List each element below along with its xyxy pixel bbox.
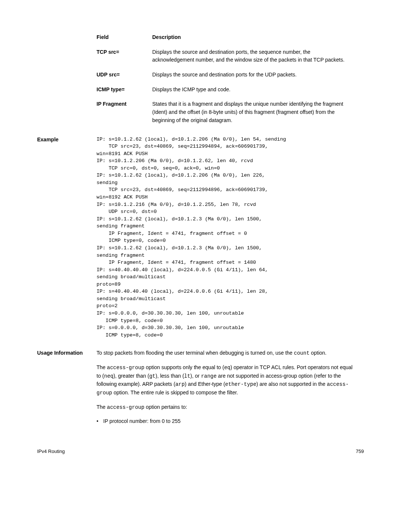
usage-label: Usage Information — [37, 349, 97, 426]
usage-p3-c: option pertains to: — [144, 404, 187, 410]
usage-p2-k: ), or — [190, 373, 201, 379]
field-row-tcp: TCP src= Displays the source and destina… — [97, 48, 364, 64]
field-header-desc: Description — [152, 33, 364, 42]
usage-p1-a: To stop packets from flooding the user t… — [97, 350, 294, 356]
usage-p1-b: count — [294, 350, 310, 356]
usage-p2-p: ether-type — [225, 381, 256, 387]
example-code: IP: s=10.1.2.62 (local), d=10.1.2.206 (M… — [97, 136, 356, 339]
usage-p3-b: access-group — [107, 404, 144, 410]
field-name-icmp: ICMP type= — [97, 86, 152, 94]
footer-left: IPv4 Routing — [37, 448, 65, 455]
usage-p1-c: option. — [310, 350, 327, 356]
usage-p3-a: The — [97, 404, 107, 410]
field-row-udp: UDP src= Displays the source and destina… — [97, 71, 364, 79]
bullet-dot-icon: • — [97, 417, 103, 426]
usage-p2-g: ), greater than ( — [113, 373, 149, 379]
field-header-name: Field — [97, 33, 152, 42]
usage-p2-o: ) and Ether-type ( — [185, 381, 225, 387]
usage-p2-b: access-group — [107, 365, 144, 371]
usage-p2-q: ) are also not supported in the — [256, 381, 327, 387]
usage-p2-i: ), less than ( — [156, 373, 184, 379]
usage-p2-j: lt — [184, 373, 190, 379]
field-name-udp: UDP src= — [97, 71, 152, 79]
example-label: Example — [37, 136, 97, 339]
usage-bullet-1-text: IP protocol number: from 0 to 255 — [103, 417, 180, 426]
field-desc-udp: Displays the source and destination port… — [152, 71, 364, 79]
footer-right: 759 — [356, 448, 364, 455]
usage-para-2: The access-group option supports only th… — [97, 364, 356, 397]
field-desc-tcp: Displays the source and destination port… — [152, 48, 364, 64]
example-section: Example IP: s=10.1.2.62 (local), d=10.1.… — [37, 136, 364, 339]
usage-p2-n: arp — [175, 381, 185, 387]
usage-p2-d: eq — [224, 365, 231, 371]
field-desc-ipfragment: States that it is a fragment and display… — [152, 100, 364, 124]
field-header-row: Field Description — [97, 33, 364, 42]
usage-p2-h: gt — [149, 373, 156, 379]
page-footer: IPv4 Routing 759 — [37, 448, 364, 455]
usage-p2-a: The — [97, 364, 107, 370]
field-name-tcp: TCP src= — [97, 48, 152, 64]
usage-p2-f: neq — [104, 373, 113, 379]
usage-p2-s: option. The entire rule is skipped to co… — [112, 390, 238, 395]
usage-section: Usage Information To stop packets from f… — [37, 349, 364, 426]
usage-para-1: To stop packets from flooding the user t… — [97, 349, 356, 358]
field-row-ipfragment: IP Fragment States that it is a fragment… — [97, 100, 364, 124]
usage-bullet-1: • IP protocol number: from 0 to 255 — [97, 417, 356, 426]
field-description-table: Field Description TCP src= Displays the … — [97, 33, 364, 125]
usage-p2-c: option supports only the equal to ( — [144, 364, 224, 370]
usage-p2-l: range — [201, 373, 216, 379]
field-row-icmp: ICMP type= Displays the ICMP type and co… — [97, 86, 364, 94]
field-name-ipfragment: IP Fragment — [97, 100, 152, 124]
usage-para-3: The access-group option pertains to: — [97, 403, 356, 412]
field-desc-icmp: Displays the ICMP type and code. — [152, 86, 364, 94]
